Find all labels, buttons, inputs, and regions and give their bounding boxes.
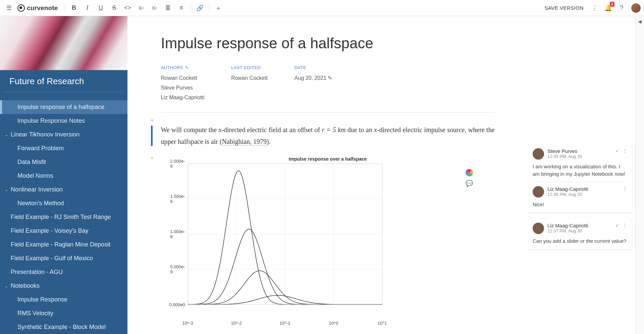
edit-icon[interactable]: ✎ [328,75,332,81]
more-icon[interactable]: ⋮ [623,186,627,191]
resolve-icon[interactable]: ✓ [615,223,619,228]
author-name: Rowan Cockett [161,73,205,83]
sidebar-item[interactable]: Synthetic Example - Block Model [0,320,127,334]
y-tick-label: 5.000e-9 [170,264,187,274]
strike-button[interactable]: S [109,2,120,14]
subscript-button[interactable]: X2 [136,2,147,14]
sidebar-item-label: Notebooks [11,281,40,290]
sidebar-item[interactable]: Model Norms [0,169,127,183]
menu-icon[interactable]: ☰ [3,2,15,14]
project-title: Future of Research [5,70,123,92]
sidebar-item-label: Field Example - Gulf of Mexico [11,254,93,263]
sidebar-item[interactable]: Impulse Response Notes [0,114,127,128]
notification-badge: 2 [610,2,614,7]
sidebar-item[interactable]: Field Example - RJ Smith Test Range [0,210,127,224]
author-name: Liz Maag-Capriotti [161,93,205,103]
comment-author: Liz Maag-Capriotti [547,186,619,192]
sidebar-item[interactable]: RMS Velocity [0,307,127,320]
paragraph-block[interactable]: + ▭ ▭ ∿∿ ⋮ We will compute the x-directe… [161,124,495,148]
sidebar-item[interactable]: ⌄Notebooks [0,279,127,293]
sidebar-nav: Impulse response of a halfspaceImpulse R… [0,92,127,334]
comment-author: Liz Maag-Capriotti [547,223,612,228]
resolve-icon[interactable]: ✓ [615,148,619,154]
italic-button[interactable]: I [82,2,93,14]
active-block-indicator [151,125,153,146]
more-icon[interactable]: ⋮ [623,148,627,154]
citation-link[interactable]: Nabighian, 1979 [222,138,267,146]
help-button[interactable]: ? [616,2,627,14]
comment-avatar [533,186,544,198]
project-banner-image [0,16,127,70]
underline-button[interactable]: U [95,2,107,14]
brand[interactable]: curvenote [17,4,58,12]
comment-avatar [533,223,544,234]
sidebar-item[interactable]: Field Example - Gulf of Mexico [0,252,127,265]
chart-block[interactable]: + ▭ ▭ ∿ Impulse response over a halfspac… [161,156,495,318]
separator [209,4,209,12]
logo-icon [17,4,25,12]
comment-card[interactable]: Liz Maag-Capriotti12:37 PM, Aug 20✓⋮Can … [528,218,632,249]
notifications-button[interactable]: 🔔 2 [602,2,614,14]
collapse-panel-button[interactable]: ◀ [638,19,642,24]
comment-icon[interactable]: 💬 [466,180,473,187]
sidebar: Future of Research Impulse response of a… [0,16,127,334]
sidebar-item-label: Data Misfit [17,158,46,167]
x-tick-label: 10^1 [378,318,387,326]
sidebar-item[interactable]: Forward Problem [0,142,127,155]
sidebar-item[interactable]: Data Misfit [0,155,127,169]
sidebar-item-label: Presentation - AGU [11,268,63,277]
bokeh-logo-icon[interactable] [466,169,473,176]
comment-card[interactable]: Steve Purves12:35 PM, Aug 20✓⋮I am worki… [528,144,632,213]
chart-title: Impulse response over a halfspace [161,156,495,162]
sidebar-item[interactable]: ⌄Linear Tikhonov Inversion [0,128,127,142]
page-title[interactable]: Impulse response of a halfspace [161,35,495,52]
y-tick-label: 2.000e-8 [170,159,187,169]
more-icon[interactable]: ⋮ [589,2,600,14]
sidebar-item-label: Synthetic Example - Block Model [17,323,106,332]
add-block-handle[interactable]: + [150,154,154,162]
authors-list: Rowan CockettSteve PurvesLiz Maag-Caprio… [161,73,205,102]
sidebar-item-label: RMS Velocity [17,309,53,318]
y-tick-label: 1.500e-8 [170,194,187,204]
sidebar-item[interactable]: Field Example - Voisey's Bay [0,224,127,238]
link-button[interactable]: 🔗 [194,2,206,14]
last-edited-by: Rowan Cockett [231,73,268,83]
sidebar-item[interactable]: Field Example - Raglan Mine Deposit [0,238,127,252]
sidebar-item[interactable]: ⌄Nonlinear Inversion [0,183,127,197]
sidebar-item[interactable]: Impulse response of a halfspace [0,100,127,114]
paragraph-text[interactable]: We will compute the x-directed electric … [161,124,495,148]
x-tick-label: 10^-1 [279,318,290,326]
authors-label: AUTHORS✎ [161,65,205,70]
x-tick-label: 10^0 [329,318,338,326]
numbered-list-button[interactable]: ≡ [176,2,187,14]
separator [191,4,191,12]
sidebar-item[interactable]: Presentation - AGU [0,265,127,279]
author-name: Steve Purves [161,83,205,93]
sidebar-item[interactable]: Impulse Response [0,293,127,307]
superscript-button[interactable]: X2 [149,2,160,14]
chevron-down-icon: ⌄ [5,283,9,289]
panel-collapse-strip: ◀ [635,16,644,334]
add-block-handle[interactable]: + [150,117,154,124]
chart-plot[interactable]: 💬 0.000e05.000e-91.000e-81.500e-82.000e-… [188,164,382,318]
edit-icon[interactable]: ✎ [185,65,189,70]
sidebar-item-label: Field Example - Voisey's Bay [11,226,89,235]
more-icon[interactable]: ⋮ [623,223,627,228]
sidebar-item-label: Impulse response of a halfspace [17,103,104,112]
comments-panel: Steve Purves12:35 PM, Aug 20✓⋮I am worki… [528,16,635,334]
bullet-list-button[interactable]: ≣ [162,2,174,14]
bold-button[interactable]: B [68,2,80,14]
user-avatar[interactable] [631,3,641,13]
add-button[interactable]: ＋ [213,2,224,14]
metadata-row: AUTHORS✎ Rowan CockettSteve PurvesLiz Ma… [161,65,495,113]
sidebar-item[interactable]: Newton's Method [0,197,127,210]
code-button[interactable]: <> [122,2,133,14]
sidebar-item-label: Field Example - Raglan Mine Deposit [11,240,110,249]
y-tick-label: 0.000e0 [169,302,188,307]
save-version-button[interactable]: SAVE VERSION [541,5,587,11]
date-label: DATE [294,65,332,70]
comment-body: Can you add a slider or the current valu… [533,237,627,245]
sidebar-item-label: Forward Problem [17,144,64,153]
comment-time: 12:37 PM, Aug 20 [547,228,612,233]
top-toolbar: ☰ curvenote B I U S <> X2 X2 ≣ ≡ 🔗 ＋ SAV… [0,0,644,16]
